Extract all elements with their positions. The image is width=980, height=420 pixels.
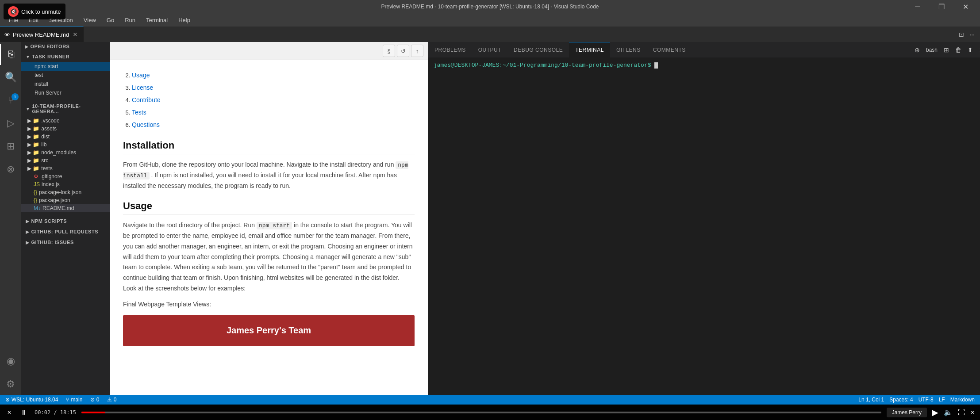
terminal-selector[interactable]: bash bbox=[925, 46, 939, 54]
video-volume-icon[interactable]: 🔈 bbox=[944, 408, 953, 416]
panel-tab-output[interactable]: OUTPUT bbox=[472, 42, 507, 57]
kill-terminal-btn[interactable]: 🗑 bbox=[954, 45, 963, 55]
tab-preview-readme[interactable]: 👁 Preview README.md ✕ bbox=[0, 27, 84, 42]
panel-tab-debug[interactable]: DEBUG CONSOLE bbox=[507, 42, 569, 57]
task-install[interactable]: install bbox=[21, 80, 110, 88]
settings-activity-icon[interactable]: ⚙ bbox=[0, 374, 21, 395]
minimize-button[interactable]: ─ bbox=[907, 0, 928, 13]
toc-item-contribute: Contribute bbox=[132, 94, 415, 106]
folder-assets[interactable]: ▶ 📁 assets bbox=[21, 125, 110, 133]
folder-lib-label: lib bbox=[41, 141, 46, 148]
status-eol[interactable]: LF bbox=[937, 397, 947, 403]
menu-terminal[interactable]: Terminal bbox=[142, 15, 172, 25]
video-overlay-name: James Perry bbox=[887, 408, 927, 417]
folder-src[interactable]: ▶ 📁 src bbox=[21, 157, 110, 164]
close-panel-btn[interactable]: ✕ bbox=[978, 45, 980, 55]
menu-go[interactable]: Go bbox=[102, 15, 119, 25]
toc-item-usage: Usage bbox=[132, 69, 415, 81]
file-package[interactable]: {} package.json bbox=[21, 196, 110, 204]
task-run-server[interactable]: Run Server bbox=[21, 88, 110, 97]
status-branch[interactable]: ⑂ main bbox=[64, 395, 84, 405]
preview-refresh-btn[interactable]: ↺ bbox=[397, 45, 409, 57]
github-issues-header[interactable]: ▶ GITHUB: ISSUES bbox=[21, 237, 110, 248]
video-close-btn[interactable]: ✕ bbox=[970, 409, 975, 416]
maximize-panel-btn[interactable]: ⬆ bbox=[966, 45, 974, 55]
status-right: Ln 1, Col 1 Spaces: 4 UTF-8 LF Markdown bbox=[857, 397, 976, 403]
preview-section-icon-btn[interactable]: § bbox=[383, 45, 395, 57]
video-progress-fill bbox=[81, 412, 105, 413]
task-test[interactable]: test bbox=[21, 71, 110, 80]
file-package-lock[interactable]: {} package-lock.json bbox=[21, 188, 110, 196]
video-play-pause-btn[interactable]: ⏸ bbox=[19, 405, 29, 420]
status-spaces[interactable]: Spaces: 4 bbox=[888, 397, 915, 403]
split-editor-button[interactable]: ⊡ bbox=[957, 29, 966, 40]
explorer-activity-icon[interactable]: ⎘ bbox=[0, 44, 21, 65]
file-gitignore[interactable]: ⚙ .gitignore bbox=[21, 172, 110, 180]
more-actions-button[interactable]: ··· bbox=[968, 29, 976, 40]
panel-tab-bar: PROBLEMS OUTPUT DEBUG CONSOLE TERMINAL G… bbox=[428, 42, 980, 57]
explorer-header[interactable]: ▼ 10-TEAM-PROFILE-GENERA... bbox=[21, 101, 110, 117]
source-control-activity-icon[interactable]: ⑂ 1 bbox=[0, 90, 21, 111]
terminal-content: james@DESKTOP-JAMES:~/01-Programming/10-… bbox=[428, 57, 980, 395]
folder-tests[interactable]: ▶ 📁 tests bbox=[21, 164, 110, 172]
video-fullscreen-icon[interactable]: ⛶ bbox=[958, 409, 965, 416]
menu-help[interactable]: Help bbox=[174, 15, 195, 25]
file-package-lock-label: package-lock.json bbox=[39, 189, 81, 195]
video-progress-bar[interactable] bbox=[81, 412, 881, 413]
github-pull-header[interactable]: ▶ GITHUB: PULL REQUESTS bbox=[21, 226, 110, 237]
folder-node-modules-label: node_modules bbox=[41, 149, 76, 156]
remote-activity-icon[interactable]: ⊗ bbox=[0, 159, 21, 180]
file-indexjs[interactable]: JS index.js bbox=[21, 180, 110, 188]
restore-button[interactable]: ❐ bbox=[931, 0, 952, 13]
npm-scripts-header[interactable]: ▶ NPM SCRIPTS bbox=[21, 216, 110, 226]
folder-lib[interactable]: ▶ 📁 lib bbox=[21, 141, 110, 149]
status-warnings[interactable]: ⚠ 0 bbox=[105, 395, 118, 405]
folder-dist[interactable]: ▶ 📁 dist bbox=[21, 133, 110, 141]
panel-tab-gitlens[interactable]: GITLENS bbox=[610, 42, 647, 57]
toc-link-tests[interactable]: Tests bbox=[132, 109, 146, 116]
menu-run[interactable]: Run bbox=[120, 15, 140, 25]
toc-item-tests: Tests bbox=[132, 106, 415, 118]
branch-icon: ⑂ bbox=[66, 397, 69, 403]
task-npm-start[interactable]: npm: start bbox=[21, 62, 110, 71]
run-activity-icon[interactable]: ▷ bbox=[0, 113, 21, 134]
terminal-prompt-line: james@DESKTOP-JAMES:~/01-Programming/10-… bbox=[434, 61, 980, 70]
toc-item-license: License bbox=[132, 81, 415, 94]
toc-link-contribute[interactable]: Contribute bbox=[132, 96, 161, 103]
folder-node-modules[interactable]: ▶ 📁 node_modules bbox=[21, 149, 110, 157]
folder-vscode-icon: ▶ 📁 bbox=[27, 118, 39, 124]
panel-tab-terminal[interactable]: TERMINAL bbox=[569, 42, 610, 57]
search-activity-icon[interactable]: 🔍 bbox=[0, 67, 21, 88]
status-line-col[interactable]: Ln 1, Col 1 bbox=[857, 397, 886, 403]
toc-link-questions[interactable]: Questions bbox=[132, 121, 160, 128]
status-wsl[interactable]: ⊗ WSL: Ubuntu-18.04 bbox=[4, 395, 60, 405]
preview-scroll-top-btn[interactable]: ↑ bbox=[411, 45, 423, 57]
extensions-activity-icon[interactable]: ⊞ bbox=[0, 136, 21, 157]
accounts-activity-icon[interactable]: ◉ bbox=[0, 351, 21, 372]
file-readme[interactable]: M↓ README.md bbox=[21, 204, 110, 212]
panel-tab-problems[interactable]: PROBLEMS bbox=[428, 42, 472, 57]
task-runner-chevron: ▼ bbox=[26, 54, 30, 59]
folder-lib-icon: ▶ 📁 bbox=[27, 141, 39, 148]
video-stop-btn[interactable]: ✕ bbox=[5, 405, 13, 420]
status-language[interactable]: Markdown bbox=[949, 397, 976, 403]
tab-close-button[interactable]: ✕ bbox=[72, 30, 79, 39]
line-col-label: Ln 1, Col 1 bbox=[858, 397, 884, 403]
close-button[interactable]: ✕ bbox=[955, 0, 976, 13]
toc-link-usage[interactable]: Usage bbox=[132, 72, 150, 79]
task-runner-header[interactable]: ▼ TASK RUNNER bbox=[21, 51, 110, 62]
status-errors[interactable]: ⊘ 0 bbox=[88, 395, 101, 405]
toc-link-license[interactable]: License bbox=[132, 84, 153, 91]
video-play-center-btn[interactable]: ▶ bbox=[932, 408, 938, 417]
terminal-panel: PROBLEMS OUTPUT DEBUG CONSOLE TERMINAL G… bbox=[428, 42, 980, 395]
folder-src-icon: ▶ 📁 bbox=[27, 157, 39, 164]
split-terminal-btn[interactable]: ⊞ bbox=[942, 45, 950, 55]
menu-view[interactable]: View bbox=[79, 15, 100, 25]
unmute-overlay[interactable]: 🔇 Click to unmute bbox=[4, 4, 65, 19]
folder-vscode[interactable]: ▶ 📁 .vscode bbox=[21, 117, 110, 125]
open-editors-header[interactable]: ▶ Open Editors bbox=[21, 42, 110, 51]
file-package-icon: {} bbox=[34, 197, 37, 203]
panel-tab-comments[interactable]: COMMENTS bbox=[647, 42, 692, 57]
status-encoding[interactable]: UTF-8 bbox=[917, 397, 935, 403]
add-terminal-btn[interactable]: ⊕ bbox=[913, 45, 921, 55]
